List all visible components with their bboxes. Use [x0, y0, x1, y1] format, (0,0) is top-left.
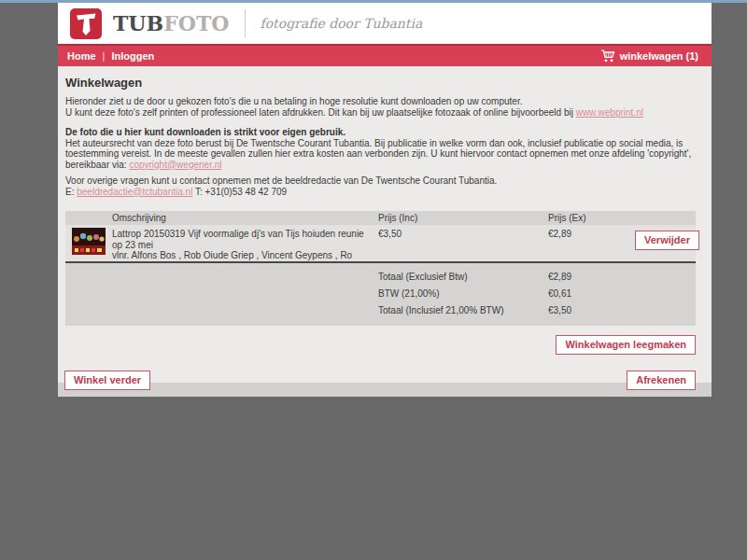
- nav-login-link[interactable]: Inloggen: [111, 50, 154, 62]
- usage-paragraph: De foto die u hier kunt downloaden is st…: [65, 127, 696, 170]
- totals-value: €2,89: [548, 269, 635, 286]
- col-price-inc: Prijs (Inc): [378, 211, 548, 225]
- col-description: Omschrijving: [112, 211, 378, 225]
- site-header: TUBFOTO fotografie door Tubantia: [58, 3, 712, 44]
- page-container: TUBFOTO fotografie door Tubantia Home | …: [58, 3, 712, 397]
- nav-separator: |: [103, 50, 106, 62]
- brand-secondary: FOTO: [163, 11, 229, 35]
- header-divider: [245, 9, 246, 37]
- col-actions: [635, 211, 696, 225]
- cart-totals: Totaal (Exclusief Btw) €2,89 BTW (21,00%…: [65, 261, 696, 326]
- contact-phone: T: +31(0)53 48 42 709: [192, 187, 287, 197]
- cart-table-header: Omschrijving Prijs (Inc) Prijs (Ex): [65, 211, 696, 225]
- brand-logo-icon[interactable]: [70, 8, 102, 39]
- totals-value: €0,61: [548, 286, 635, 302]
- item-price-ex: €2,89: [548, 225, 635, 261]
- totals-label: Totaal (Exclusief Btw): [378, 269, 548, 286]
- header-spacer: [65, 211, 112, 225]
- totals-label: Totaal (Inclusief 21,00% BTW): [378, 302, 548, 319]
- beeldredactie-email-link[interactable]: beeldredactie@tctubantia.nl: [77, 187, 192, 197]
- totals-label: BTW (21,00%): [378, 286, 548, 302]
- empty-cart-button[interactable]: Winkelwagen leegmaken: [556, 335, 696, 355]
- brand-wordmark[interactable]: TUBFOTO: [113, 13, 229, 34]
- nav-home-link[interactable]: Home: [67, 50, 96, 62]
- col-price-ex: Prijs (Ex): [548, 211, 635, 225]
- brand-primary: TUB: [113, 11, 163, 35]
- intro-paragraph: Hieronder ziet u de door u gekozen foto'…: [65, 96, 696, 118]
- cart-item-row: Lattrop 20150319 Vijf voormalige dj's va…: [65, 225, 696, 261]
- contact-paragraph: Voor overige vragen kunt u contact opnem…: [65, 175, 696, 197]
- nav-cart-label: winkelwagen (1): [620, 50, 698, 62]
- brand-tagline: fotografie door Tubantia: [260, 16, 422, 31]
- usage-bold-line: De foto die u hier kunt downloaden is st…: [65, 127, 696, 138]
- webprint-link[interactable]: www.webprint.nl: [576, 107, 643, 118]
- totals-value: €3,50: [548, 302, 635, 319]
- checkout-button[interactable]: Afrekenen: [627, 371, 696, 390]
- cart-table: Omschrijving Prijs (Inc) Prijs (Ex): [65, 211, 696, 326]
- empty-cart-row: Winkelwagen leegmaken: [64, 335, 696, 355]
- continue-shopping-button[interactable]: Winkel verder: [64, 371, 150, 390]
- item-thumbnail: [72, 228, 106, 255]
- intro-text: Hieronder ziet u de door u gekozen foto'…: [65, 96, 576, 118]
- totals-row-excl: Totaal (Exclusief Btw) €2,89: [65, 269, 696, 286]
- nav-cart-link[interactable]: winkelwagen (1): [600, 49, 698, 63]
- copyright-email-link[interactable]: copyright@wegener.nl: [129, 160, 221, 170]
- item-price-inc: €3,50: [378, 225, 548, 261]
- remove-item-button[interactable]: Verwijder: [635, 231, 699, 250]
- cart-icon: [600, 49, 615, 63]
- page-title: Winkelwagen: [65, 76, 696, 90]
- main-content: Winkelwagen Hieronder ziet u de door u g…: [58, 66, 712, 383]
- footer-strip: [58, 383, 712, 397]
- main-nav: Home | Inloggen winkelwagen (1): [58, 44, 712, 66]
- totals-row-incl: Totaal (Inclusief 21,00% BTW) €3,50: [65, 302, 696, 319]
- item-description: Lattrop 20150319 Vijf voormalige dj's va…: [112, 225, 378, 261]
- item-thumbnail-cell: [65, 225, 112, 261]
- totals-row-btw: BTW (21,00%) €0,61: [65, 286, 696, 302]
